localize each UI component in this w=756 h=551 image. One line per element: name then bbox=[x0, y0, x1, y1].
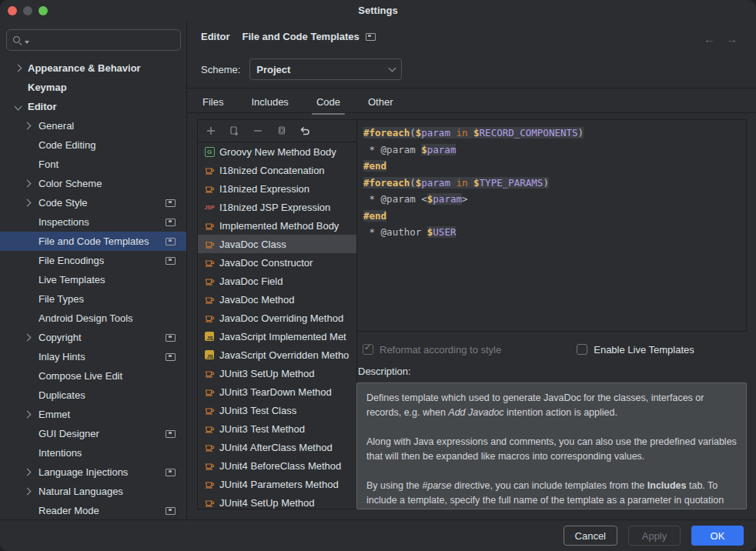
breadcrumb-editor[interactable]: Editor bbox=[201, 31, 230, 42]
chevron-right-icon[interactable] bbox=[24, 469, 32, 476]
sidebar-item-file-and-code-templates[interactable]: File and Code Templates bbox=[0, 232, 186, 251]
reset-to-default-button[interactable] bbox=[299, 125, 310, 137]
chevron-right-icon[interactable] bbox=[24, 334, 32, 342]
template-list-item[interactable]: JSJavaScript Implemented Met bbox=[198, 327, 356, 346]
chevron-right-icon[interactable] bbox=[24, 122, 32, 130]
sidebar-item-android-design-tools[interactable]: Android Design Tools bbox=[0, 309, 186, 328]
chevron-right-icon[interactable] bbox=[24, 199, 32, 207]
copy-template-button[interactable] bbox=[276, 125, 286, 136]
screen-icon bbox=[166, 507, 176, 515]
sidebar-item-file-types[interactable]: File Types bbox=[0, 289, 186, 309]
sidebar-item-emmet[interactable]: Emmet bbox=[0, 405, 186, 424]
content-area: GGroovy New Method BodyI18nized Concaten… bbox=[187, 113, 756, 520]
sidebar-item-compose-live-edit[interactable]: Compose Live Edit bbox=[0, 366, 186, 386]
template-list-item[interactable]: JUnit3 Test Class bbox=[198, 401, 356, 419]
template-list-toolbar bbox=[198, 120, 356, 142]
sidebar-item-label: Font bbox=[38, 159, 59, 170]
sidebar-item-intentions[interactable]: Intentions bbox=[0, 443, 186, 463]
sidebar-item-appearance-behavior[interactable]: Appearance & Behavior bbox=[0, 58, 186, 78]
description-paragraph: Defines template which used to generate … bbox=[366, 391, 737, 420]
screen-icon bbox=[166, 199, 176, 207]
template-list-item[interactable]: JUnit4 BeforeClass Method bbox=[198, 456, 356, 475]
ok-button[interactable]: OK bbox=[691, 526, 744, 546]
chevron-right-icon[interactable] bbox=[15, 65, 22, 72]
chevron-right-icon[interactable] bbox=[24, 180, 32, 188]
sidebar-item-copyright[interactable]: Copyright bbox=[0, 328, 186, 347]
template-list-item[interactable]: JavaDoc Method bbox=[198, 290, 356, 309]
template-list-item[interactable]: JUnit3 Test Method bbox=[198, 419, 356, 438]
scheme-value: Project bbox=[256, 64, 290, 75]
template-list-item[interactable]: JUnit3 TearDown Method bbox=[198, 382, 356, 401]
java-cup-icon bbox=[204, 276, 215, 286]
sidebar-item-inspections[interactable]: Inspections bbox=[0, 212, 186, 232]
description-label: Description: bbox=[358, 366, 411, 377]
enable-live-templates-checkbox[interactable] bbox=[577, 344, 587, 355]
sidebar-item-natural-languages[interactable]: Natural Languages bbox=[0, 482, 186, 501]
tab-other[interactable]: Other bbox=[366, 93, 395, 111]
template-list-item[interactable]: JUnit4 AfterClass Method bbox=[198, 438, 356, 456]
window-title: Settings bbox=[0, 5, 756, 16]
cancel-button[interactable]: Cancel bbox=[564, 526, 617, 546]
code-line: * @author $USER bbox=[363, 224, 740, 241]
search-input[interactable] bbox=[32, 34, 176, 47]
template-name: JavaDoc Overriding Method bbox=[219, 312, 343, 324]
sidebar-item-editor[interactable]: Editor bbox=[0, 97, 186, 116]
sidebar-item-gui-designer[interactable]: GUI Designer bbox=[0, 424, 186, 443]
remove-template-button[interactable] bbox=[253, 125, 263, 136]
forward-arrow-icon[interactable]: → bbox=[726, 32, 738, 45]
sidebar-item-label: Emmet bbox=[38, 409, 70, 420]
sidebar-item-label: Intentions bbox=[38, 447, 82, 459]
back-arrow-icon[interactable]: ← bbox=[704, 32, 715, 45]
template-list-item[interactable]: JavaDoc Field bbox=[198, 272, 356, 290]
tab-includes[interactable]: Includes bbox=[249, 93, 289, 111]
chevron-right-icon[interactable] bbox=[24, 488, 32, 496]
template-list-item[interactable]: JavaDoc Class bbox=[198, 235, 356, 253]
sidebar-item-general[interactable]: General bbox=[0, 116, 186, 135]
chevron-right-icon[interactable] bbox=[24, 411, 32, 419]
template-list-item[interactable]: Implemented Method Body bbox=[198, 216, 356, 235]
sidebar-item-live-templates[interactable]: Live Templates bbox=[0, 270, 186, 289]
template-list-item[interactable]: GGroovy New Method Body bbox=[198, 142, 356, 161]
template-name: JUnit4 BeforeClass Method bbox=[219, 460, 341, 472]
jsp-file-icon: JSP bbox=[204, 202, 215, 212]
template-list-item[interactable]: JavaDoc Constructor bbox=[198, 253, 356, 272]
sidebar-item-duplicates[interactable]: Duplicates bbox=[0, 386, 186, 405]
template-name: I18nized Concatenation bbox=[219, 165, 325, 176]
template-list-item[interactable]: JUnit4 SetUp Method bbox=[198, 493, 356, 509]
description-box[interactable]: Defines template which used to generate … bbox=[356, 382, 747, 509]
template-list-item[interactable]: I18nized Expression bbox=[198, 179, 356, 198]
sidebar-item-font[interactable]: Font bbox=[0, 155, 186, 174]
tab-code[interactable]: Code bbox=[315, 93, 342, 111]
java-cup-icon bbox=[204, 183, 215, 194]
tab-files[interactable]: Files bbox=[201, 93, 225, 111]
template-list-item[interactable]: JavaDoc Overriding Method bbox=[198, 309, 356, 327]
sidebar-item-file-encodings[interactable]: File Encodings bbox=[0, 251, 186, 270]
chevron-down-icon[interactable] bbox=[15, 103, 22, 111]
sidebar-item-inlay-hints[interactable]: Inlay Hints bbox=[0, 347, 186, 366]
sidebar-item-reader-mode[interactable]: Reader Mode bbox=[0, 501, 186, 520]
create-from-template-button[interactable] bbox=[229, 125, 240, 137]
sidebar-item-code-editing[interactable]: Code Editing bbox=[0, 135, 186, 155]
settings-search-field[interactable] bbox=[6, 29, 181, 51]
sidebar-item-language-injections[interactable]: Language Injections bbox=[0, 463, 186, 482]
sidebar-item-code-style[interactable]: Code Style bbox=[0, 193, 186, 212]
add-template-button[interactable] bbox=[206, 125, 216, 136]
template-list-panel: GGroovy New Method BodyI18nized Concaten… bbox=[197, 119, 357, 509]
template-list-item[interactable]: JUnit3 SetUp Method bbox=[198, 364, 356, 382]
sidebar-item-keymap[interactable]: Keymap bbox=[0, 78, 186, 97]
template-list-item[interactable]: I18nized Concatenation bbox=[198, 161, 356, 179]
sidebar-item-color-scheme[interactable]: Color Scheme bbox=[0, 174, 186, 193]
template-list-item[interactable]: JUnit4 Parameters Method bbox=[198, 475, 356, 493]
search-options-chevron-icon[interactable] bbox=[25, 41, 29, 44]
template-editor[interactable]: #foreach($param in $RECORD_COMPONENTS) *… bbox=[356, 119, 747, 332]
template-list-item[interactable]: JSJavaScript Overridden Metho bbox=[198, 346, 356, 364]
sidebar-item-label: Natural Languages bbox=[38, 486, 123, 497]
template-list-item[interactable]: JSPI18nized JSP Expression bbox=[198, 198, 356, 216]
sidebar-item-label: Live Templates bbox=[38, 274, 105, 286]
apply-button[interactable]: Apply bbox=[628, 526, 681, 546]
scheme-dropdown[interactable]: Project bbox=[249, 58, 402, 80]
sidebar-item-label: Appearance & Behavior bbox=[28, 62, 141, 74]
java-cup-icon bbox=[204, 312, 215, 323]
settings-window: Settings Appearance & BehaviorKeymapEdit… bbox=[0, 0, 756, 551]
settings-sidebar: Appearance & BehaviorKeymapEditorGeneral… bbox=[0, 22, 187, 520]
